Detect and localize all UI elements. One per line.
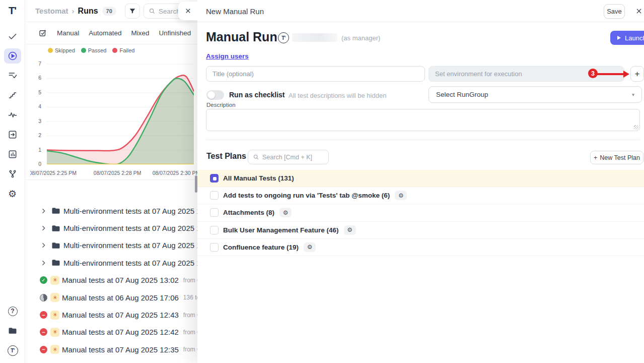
run-row[interactable]: ✳Manual tests at 06 Aug 2025 17:06136 te… bbox=[25, 289, 198, 306]
run-row[interactable]: ✳Manual tests at 07 Aug 2025 13:02from C… bbox=[25, 272, 198, 289]
save-button[interactable]: Save bbox=[604, 4, 625, 19]
nav-import[interactable] bbox=[4, 127, 21, 142]
run-source: from Custom bbox=[183, 329, 198, 336]
folder-icon bbox=[51, 206, 61, 216]
nav-test-plans[interactable] bbox=[4, 68, 21, 83]
modal-edge-close-button[interactable] bbox=[178, 2, 197, 20]
test-plan-row[interactable]: Confluence feature (19)⚙ bbox=[197, 239, 644, 256]
test-plan-row[interactable]: All Manual Tests (131) bbox=[197, 170, 644, 187]
nav-steps[interactable] bbox=[4, 88, 21, 103]
plan-checkbox[interactable] bbox=[210, 174, 219, 183]
run-status-failed-icon bbox=[40, 311, 47, 319]
test-plan-row[interactable]: Attachments (8)⚙ bbox=[197, 204, 644, 221]
nav-analytics[interactable] bbox=[4, 147, 21, 162]
modal-close-button[interactable] bbox=[634, 7, 643, 16]
runs-list: Multi-environment tests at 07 Aug 2025 1… bbox=[25, 202, 198, 358]
workspace-logo[interactable]: T' bbox=[4, 343, 21, 358]
new-test-plan-button[interactable]: + New Test Plan bbox=[590, 151, 643, 164]
run-folder-row[interactable]: Multi-environment tests at 07 Aug 2025 1… bbox=[25, 219, 198, 236]
plan-checkbox[interactable] bbox=[210, 243, 219, 252]
chevron-right-icon[interactable] bbox=[40, 242, 47, 249]
filter-button[interactable] bbox=[125, 4, 140, 19]
plan-settings-button[interactable]: ⚙ bbox=[304, 243, 316, 252]
legend-failed: Failed bbox=[112, 47, 134, 53]
breadcrumb-app[interactable]: Testomat bbox=[35, 7, 68, 15]
run-label: Manual tests at 07 Aug 2025 12:43 bbox=[62, 311, 179, 319]
run-label: Multi-environment tests at 07 Aug 2025 1… bbox=[63, 224, 198, 232]
plan-settings-button[interactable]: ⚙ bbox=[344, 225, 356, 235]
test-plan-row[interactable]: Add tests to ongoing run via 'Tests' tab… bbox=[197, 187, 644, 204]
modal-header: New Manual Run Save bbox=[197, 0, 644, 22]
chevron-right-icon[interactable] bbox=[40, 260, 47, 266]
nav-branches[interactable] bbox=[4, 166, 21, 182]
tab-manual[interactable]: Manual bbox=[57, 29, 79, 37]
section-divider bbox=[206, 140, 640, 140]
y-tick-label: 3 bbox=[26, 118, 44, 124]
description-textarea[interactable] bbox=[206, 109, 640, 131]
skipped-dot-icon bbox=[48, 48, 53, 53]
x-tick-label: 08/07/2025 2:30 PM bbox=[153, 170, 198, 176]
run-title-input[interactable] bbox=[206, 66, 425, 82]
run-status-passed-icon bbox=[40, 276, 47, 284]
app-logo-icon[interactable]: T' bbox=[9, 5, 16, 17]
run-label: Multi-environment tests at 07 Aug 2025 1… bbox=[63, 241, 198, 250]
run-label: Manual tests at 06 Aug 2025 17:06 bbox=[62, 293, 179, 302]
app-screen: T' ⚙ ?T' Testomat › Runs 70 Manual Autom… bbox=[0, 0, 644, 363]
projects-button[interactable] bbox=[4, 323, 21, 338]
plan-checkbox[interactable] bbox=[210, 226, 219, 234]
chart-divider bbox=[25, 179, 198, 180]
rungroup-select[interactable]: Select RunGroup ▾ bbox=[428, 86, 642, 103]
nav-tests[interactable] bbox=[4, 29, 21, 44]
chevron-right-icon[interactable] bbox=[40, 225, 47, 231]
run-folder-row[interactable]: Multi-environment tests at 07 Aug 2025 1… bbox=[25, 254, 198, 271]
tab-automated[interactable]: Automated bbox=[89, 29, 121, 37]
test-plans-search-input[interactable] bbox=[262, 154, 322, 161]
run-heading: Manual Run bbox=[206, 30, 277, 44]
x-tick-label: 08/07/2025 2:28 PM bbox=[94, 170, 141, 176]
y-tick-label: 7 bbox=[26, 60, 44, 67]
tab-mixed[interactable]: Mixed bbox=[131, 29, 150, 37]
run-row[interactable]: ✳Manual tests at 07 Aug 2025 12:43from C… bbox=[25, 306, 198, 323]
nav-runs[interactable] bbox=[4, 48, 21, 64]
test-plans-list: All Manual Tests (131)Add tests to ongoi… bbox=[197, 170, 644, 256]
plan-label: Bulk User Management Feature (46) bbox=[223, 226, 339, 234]
textarea-resize-handle[interactable] bbox=[634, 125, 638, 130]
help-button[interactable]: ? bbox=[4, 304, 21, 319]
new-manual-run-modal: New Manual Run Save Manual Run T' (as ma… bbox=[197, 0, 644, 363]
run-as-checklist-toggle[interactable] bbox=[206, 90, 224, 100]
run-tests-count: 136 tests bbox=[183, 294, 198, 301]
plan-settings-button[interactable]: ⚙ bbox=[279, 208, 292, 217]
play-icon bbox=[617, 36, 621, 40]
search-icon bbox=[253, 154, 259, 160]
test-plans-heading: Test Plans bbox=[206, 152, 246, 161]
plan-label: Confluence feature (19) bbox=[223, 244, 299, 251]
run-label: Multi-environment tests at 07 Aug 2025 1… bbox=[63, 259, 198, 267]
run-folder-row[interactable]: Multi-environment tests at 07 Aug 2025 1… bbox=[25, 202, 198, 219]
run-row[interactable]: ✳Manual tests at 07 Aug 2025 12:42from C… bbox=[25, 324, 198, 341]
nav-pulse[interactable] bbox=[4, 107, 21, 123]
assignee-avatar: T' bbox=[278, 32, 289, 43]
add-environment-button[interactable]: + bbox=[630, 66, 644, 82]
runs-page-panel: Testomat › Runs 70 Manual Automated Mixe… bbox=[25, 0, 198, 363]
x-tick-label: 08/07/2025 2:25 PM bbox=[30, 170, 77, 176]
manual-run-icon: ✳ bbox=[50, 276, 59, 285]
manual-run-icon: ✳ bbox=[50, 345, 59, 354]
run-folder-row[interactable]: Multi-environment tests at 07 Aug 2025 1… bbox=[25, 237, 198, 254]
gear-icon: ⚙ bbox=[283, 210, 289, 216]
test-plan-row[interactable]: Bulk User Management Feature (46)⚙ bbox=[197, 222, 644, 239]
run-row[interactable]: ✳Manual tests at 07 Aug 2025 12:35from C… bbox=[25, 341, 198, 358]
chevron-down-icon: ▾ bbox=[632, 92, 634, 97]
icon-rail: T' ⚙ ?T' bbox=[0, 0, 25, 363]
assign-users-link[interactable]: Assign users bbox=[206, 52, 249, 60]
tab-unfinished[interactable]: Unfinished bbox=[159, 29, 191, 37]
select-runs-icon[interactable] bbox=[38, 29, 47, 38]
chevron-right-icon[interactable] bbox=[40, 208, 47, 214]
folder-icon bbox=[51, 223, 61, 233]
plan-settings-button[interactable]: ⚙ bbox=[395, 191, 407, 200]
folder-icon bbox=[51, 258, 61, 268]
nav-settings[interactable]: ⚙ bbox=[4, 186, 21, 201]
plan-checkbox[interactable] bbox=[210, 191, 219, 200]
plan-checkbox[interactable] bbox=[210, 208, 219, 217]
launch-button[interactable]: Launch bbox=[610, 31, 644, 45]
test-plans-search[interactable] bbox=[248, 150, 329, 164]
